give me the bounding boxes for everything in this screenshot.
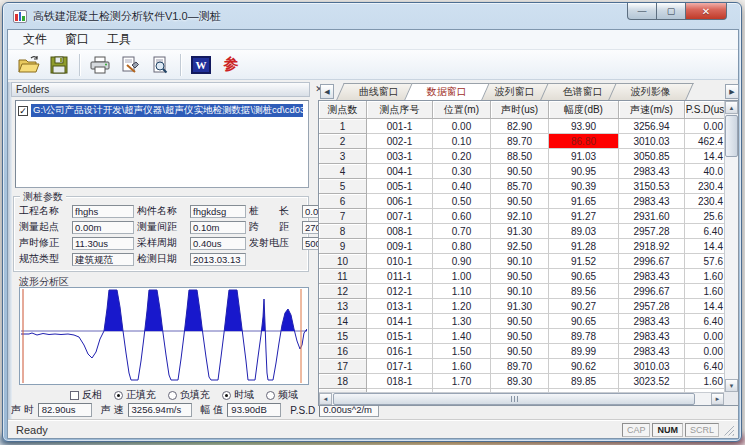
table-body[interactable]: 1001-10.0082.9093.903256.940.002002-10.1… <box>319 119 724 392</box>
table-row[interactable]: 5005-10.4085.7090.393150.53230.4 <box>319 179 724 194</box>
table-row[interactable]: 9009-10.8092.5091.282918.9214.4 <box>319 239 724 254</box>
cell: 90.50 <box>491 269 549 284</box>
folder-checkbox[interactable]: ✓ <box>18 106 28 116</box>
horizontal-scrollbar-thumb[interactable] <box>333 393 695 405</box>
fill-negative-radio[interactable] <box>168 391 177 400</box>
column-header[interactable]: 测点数 <box>319 101 367 119</box>
tab-scroll-left-button[interactable]: ◀ <box>320 84 334 99</box>
menu-item-window[interactable]: 窗口 <box>56 29 98 50</box>
resize-grip[interactable] <box>723 425 734 436</box>
table-header: 测点数测点序号位置(m)声时(us)幅度(dB)声速(m/s)P.S.D(us <box>319 101 724 119</box>
scroll-right-icon[interactable]: ► <box>711 393 724 405</box>
row-header-cell: 6 <box>319 194 367 209</box>
column-header[interactable]: 声速(m/s) <box>619 101 685 119</box>
tab-label: 色谱窗口 <box>563 85 603 99</box>
horizontal-scrollbar[interactable]: ◄ ► <box>319 392 724 405</box>
menu-item-tools[interactable]: 工具 <box>98 29 140 50</box>
param-value: 0.10m <box>190 221 246 234</box>
waveform-controls: 反相 正填充 负填充 时域 频域 <box>70 388 298 402</box>
print-preview-button[interactable] <box>145 52 175 78</box>
sound-time-value: 82.90us <box>38 403 92 417</box>
save-floppy-icon <box>49 55 69 75</box>
cell: 014-1 <box>367 314 433 329</box>
toolbar: W 参 <box>8 50 738 80</box>
cell: 1.50 <box>433 344 491 359</box>
menu-item-file[interactable]: 文件 <box>14 29 56 50</box>
fill-negative-radio-group[interactable]: 负填充 <box>168 388 210 402</box>
folder-item[interactable]: ✓ G:\公司产品设计开发\超声仪器\超声仪实地检测数据\测桩cd\cd03\c… <box>16 101 308 120</box>
time-domain-radio-group[interactable]: 时域 <box>222 388 254 402</box>
table-row[interactable]: 6006-10.5090.5091.652983.43230.4 <box>319 194 724 209</box>
row-header-cell: 16 <box>319 344 367 359</box>
table-row[interactable]: 14014-11.3090.5090.652983.436.40 <box>319 314 724 329</box>
save-button[interactable] <box>44 52 74 78</box>
row-header-cell: 17 <box>319 359 367 374</box>
fill-positive-radio-group[interactable]: 正填充 <box>114 388 156 402</box>
invert-checkbox-group[interactable]: 反相 <box>70 388 102 402</box>
row-header-cell: 4 <box>319 164 367 179</box>
minimize-button[interactable]: — <box>627 3 657 20</box>
table-row[interactable]: 1001-10.0082.9093.903256.940.00 <box>319 119 724 134</box>
freq-domain-radio-group[interactable]: 频域 <box>266 388 298 402</box>
table-row[interactable]: 16016-11.5090.5089.992983.430.00 <box>319 344 724 359</box>
freq-domain-radio[interactable] <box>266 391 275 400</box>
folders-list[interactable]: ✓ G:\公司产品设计开发\超声仪器\超声仪实地检测数据\测桩cd\cd03\c… <box>15 100 309 188</box>
column-header[interactable]: 位置(m) <box>433 101 491 119</box>
cell: 0.60 <box>433 209 491 224</box>
table-row[interactable]: 8008-10.7091.3089.032957.286.40 <box>319 224 724 239</box>
table-row[interactable]: 7007-10.6092.1091.272931.6025.6 <box>319 209 724 224</box>
cell: 92.50 <box>491 239 549 254</box>
table-row[interactable]: 13013-11.2091.3090.272957.2814.4 <box>319 299 724 314</box>
tab-data-window[interactable]: 数据窗口 <box>404 83 490 100</box>
column-header[interactable]: P.S.D(us <box>685 101 724 119</box>
cell: 016-1 <box>367 344 433 359</box>
row-header-cell: 18 <box>319 374 367 389</box>
app-icon-bar-red <box>15 14 18 21</box>
scroll-up-icon[interactable]: ▲ <box>725 101 738 114</box>
folder-path-selected[interactable]: G:\公司产品设计开发\超声仪器\超声仪实地检测数据\测桩cd\cd03\cd0… <box>31 104 303 117</box>
cell: 91.65 <box>549 194 619 209</box>
folders-panel-header[interactable]: Folders <box>11 82 310 97</box>
column-header[interactable]: 幅度(dB) <box>549 101 619 119</box>
waveform-plot[interactable] <box>19 287 309 385</box>
param-label: 测量起点 <box>19 220 69 234</box>
fill-positive-radio[interactable] <box>114 391 123 400</box>
highlighted-cell: 86.80 <box>549 134 619 149</box>
tab-scroll-right-button[interactable]: ▶ <box>725 84 739 99</box>
cell: 005-1 <box>367 179 433 194</box>
vertical-scrollbar[interactable]: ▲ ▼ <box>724 101 738 392</box>
print-setup-button[interactable] <box>115 52 145 78</box>
table-row[interactable]: 4004-10.3090.5090.952983.4340.0 <box>319 164 724 179</box>
app-icon-bar-green <box>22 16 25 21</box>
table-row[interactable]: 3003-10.2088.5091.033050.8514.4 <box>319 149 724 164</box>
scroll-down-icon[interactable]: ▼ <box>725 379 738 392</box>
table-row[interactable]: 15015-11.4090.5089.782983.430.00 <box>319 329 724 344</box>
open-file-button[interactable] <box>14 52 44 78</box>
params-icon: 参 <box>224 55 239 74</box>
cell: 91.27 <box>549 209 619 224</box>
panel-gripper[interactable] <box>8 82 12 422</box>
table-row[interactable]: 17017-11.6089.7090.623010.036.40 <box>319 359 724 374</box>
cell: 3023.52 <box>619 374 685 389</box>
maximize-button[interactable]: ▢ <box>657 3 685 20</box>
scroll-left-icon[interactable]: ◄ <box>319 393 332 405</box>
param-label: 声时修正 <box>19 236 69 250</box>
time-domain-radio[interactable] <box>222 391 231 400</box>
table-row[interactable]: 10010-10.9090.1091.522996.6757.6 <box>319 254 724 269</box>
print-button[interactable] <box>85 52 115 78</box>
close-button[interactable]: ✕ <box>685 3 727 20</box>
table-row[interactable]: 11011-11.0090.5090.652983.431.60 <box>319 269 724 284</box>
table-row[interactable]: 18018-11.7089.3089.853023.521.60 <box>319 374 724 389</box>
invert-checkbox[interactable] <box>70 391 79 400</box>
table-row[interactable]: 12012-11.1090.1089.562996.671.60 <box>319 284 724 299</box>
cell: 89.30 <box>491 374 549 389</box>
column-header[interactable]: 声时(us) <box>491 101 549 119</box>
params-button[interactable]: 参 <box>216 52 246 78</box>
column-header[interactable]: 测点序号 <box>367 101 433 119</box>
table-row[interactable]: 2002-10.1089.7086.803010.03462.4 <box>319 134 724 149</box>
vertical-scrollbar-thumb[interactable] <box>725 115 738 157</box>
row-header-cell: 15 <box>319 329 367 344</box>
cell: 91.03 <box>549 149 619 164</box>
word-export-button[interactable]: W <box>186 52 216 78</box>
tab-wave-train-image[interactable]: 波列影像 <box>608 83 694 100</box>
